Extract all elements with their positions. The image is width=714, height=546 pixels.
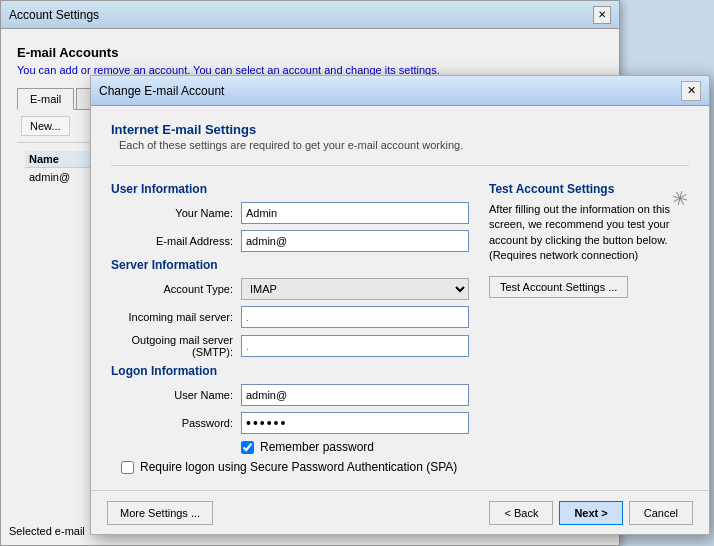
dialog-columns: User Information Your Name: E-mail Addre… <box>111 178 689 480</box>
dialog-body: Internet E-mail Settings Each of these s… <box>91 106 709 492</box>
username-label: User Name: <box>111 389 241 401</box>
internet-email-heading: Internet E-mail Settings <box>111 122 689 137</box>
email-address-row: E-mail Address: <box>111 230 469 252</box>
dialog-close-button[interactable]: ✕ <box>681 81 701 101</box>
account-type-row: Account Type: IMAP POP3 <box>111 278 469 300</box>
email-address-label: E-mail Address: <box>111 235 241 247</box>
email-accounts-heading: E-mail Accounts <box>17 45 603 60</box>
incoming-server-input[interactable] <box>241 306 469 328</box>
new-button[interactable]: New... <box>21 116 70 136</box>
remember-password-checkbox[interactable] <box>241 441 254 454</box>
username-row: User Name: <box>111 384 469 406</box>
more-settings-button[interactable]: More Settings ... <box>107 501 213 525</box>
account-settings-titlebar: Account Settings ✕ <box>1 1 619 29</box>
incoming-server-label: Incoming mail server: <box>111 311 241 323</box>
spa-row: Require logon using Secure Password Auth… <box>111 460 469 474</box>
server-info-heading: Server Information <box>111 258 469 272</box>
remember-password-row: Remember password <box>111 440 469 454</box>
user-info-heading: User Information <box>111 182 469 196</box>
test-account-settings-button[interactable]: Test Account Settings ... <box>489 276 628 298</box>
dialog-right-column: Test Account Settings After filling out … <box>489 178 689 480</box>
email-address-input[interactable] <box>241 230 469 252</box>
remember-password-label: Remember password <box>260 440 374 454</box>
account-settings-close-button[interactable]: ✕ <box>593 6 611 24</box>
dialog-title: Change E-mail Account <box>99 84 224 98</box>
account-type-select[interactable]: IMAP POP3 <box>241 278 469 300</box>
dialog-divider <box>111 165 689 166</box>
footer-left: More Settings ... <box>107 501 489 525</box>
your-name-label: Your Name: <box>111 207 241 219</box>
your-name-input[interactable] <box>241 202 469 224</box>
spa-label: Require logon using Secure Password Auth… <box>140 460 457 474</box>
cancel-button[interactable]: Cancel <box>629 501 693 525</box>
footer-nav: < Back Next > Cancel <box>489 501 693 525</box>
outgoing-server-row: Outgoing mail server (SMTP): <box>111 334 469 358</box>
internet-email-desc: Each of these settings are required to g… <box>111 139 689 151</box>
dialog-footer: More Settings ... < Back Next > Cancel <box>91 490 709 534</box>
account-type-label: Account Type: <box>111 283 241 295</box>
back-button[interactable]: < Back <box>489 501 553 525</box>
selected-status: Selected e-mail <box>9 525 85 537</box>
spa-checkbox[interactable] <box>121 461 134 474</box>
test-account-desc: After filling out the information on thi… <box>489 202 689 264</box>
incoming-server-row: Incoming mail server: <box>111 306 469 328</box>
your-name-row: Your Name: <box>111 202 469 224</box>
test-account-heading: Test Account Settings <box>489 182 689 196</box>
dialog-titlebar: Change E-mail Account ✕ <box>91 76 709 106</box>
account-settings-title: Account Settings <box>9 8 99 22</box>
dialog-left-column: User Information Your Name: E-mail Addre… <box>111 178 469 480</box>
outgoing-server-input[interactable] <box>241 335 469 357</box>
change-email-dialog: Change E-mail Account ✕ Internet E-mail … <box>90 75 710 535</box>
next-button[interactable]: Next > <box>559 501 622 525</box>
username-input[interactable] <box>241 384 469 406</box>
tab-email[interactable]: E-mail <box>17 88 74 110</box>
password-row: Password: <box>111 412 469 434</box>
password-input[interactable] <box>241 412 469 434</box>
password-label: Password: <box>111 417 241 429</box>
logon-info-heading: Logon Information <box>111 364 469 378</box>
outgoing-server-label: Outgoing mail server (SMTP): <box>111 334 241 358</box>
